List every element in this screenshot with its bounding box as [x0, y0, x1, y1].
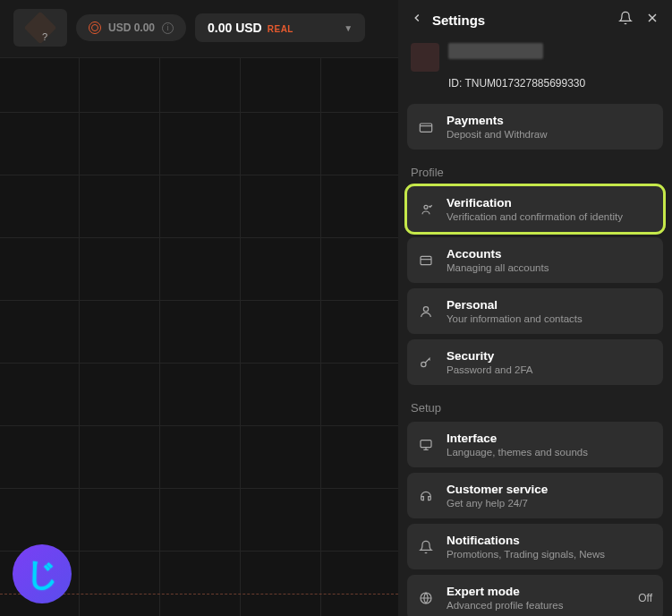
- item-title: Security: [447, 349, 652, 363]
- brand-logo-button[interactable]: じ: [13, 544, 72, 603]
- chart-grid-area: [0, 57, 398, 616]
- item-title: Payments: [447, 114, 652, 127]
- item-title: Verification: [447, 196, 652, 210]
- menu-item-notifications[interactable]: Notifications Promotions, Trading signal…: [407, 524, 663, 569]
- cube-icon: [24, 12, 57, 45]
- info-icon: i: [162, 22, 174, 34]
- dropdown-tag: REAL: [268, 24, 293, 34]
- svg-point-8: [421, 362, 426, 366]
- menu-item-personal[interactable]: Personal Your information and contacts: [407, 288, 663, 334]
- interface-icon: [418, 437, 434, 453]
- settings-panel: Settings ID: TNUM017327885699330 Payment…: [398, 0, 672, 616]
- menu-item-interface[interactable]: Interface Language, themes and sounds: [407, 422, 663, 467]
- headset-icon: [418, 488, 434, 504]
- item-sub: Promotions, Trading signals, News: [447, 549, 652, 560]
- menu-item-verification[interactable]: Verification Verification and confirmati…: [407, 186, 663, 232]
- logo-glyph: じ: [26, 552, 59, 596]
- svg-rect-9: [421, 440, 431, 447]
- chevron-down-icon: ▼: [344, 23, 353, 33]
- key-icon: [418, 355, 434, 371]
- menu-item-expert-mode[interactable]: Expert mode Advanced profile features Of…: [407, 575, 663, 616]
- question-badge: ?: [42, 31, 47, 42]
- item-sub: Your information and contacts: [447, 313, 652, 324]
- svg-point-4: [424, 205, 428, 209]
- item-sub: Password and 2FA: [447, 364, 652, 375]
- card-icon: [418, 252, 434, 269]
- balance-pill[interactable]: USD 0.00 i: [76, 14, 186, 41]
- avatar: [411, 43, 439, 72]
- item-sub: Managing all accounts: [447, 262, 652, 273]
- globe-icon: [418, 590, 434, 606]
- refresh-icon: [89, 21, 101, 34]
- balance-value: USD 0.00: [108, 21, 155, 34]
- dropdown-amount: 0.00 USD: [208, 21, 262, 35]
- back-button[interactable]: [411, 12, 423, 28]
- menu-item-customer-service[interactable]: Customer service Get any help 24/7: [407, 473, 663, 518]
- svg-rect-2: [420, 124, 431, 132]
- person-icon: [418, 304, 434, 320]
- menu-item-payments[interactable]: Payments Deposit and Withdraw: [407, 104, 663, 150]
- bell-outline-icon: [418, 539, 434, 555]
- expert-mode-state: Off: [638, 592, 652, 604]
- item-sub: Advanced profile features: [447, 600, 625, 611]
- item-sub: Get any help 24/7: [447, 498, 652, 509]
- verification-icon: [418, 201, 434, 218]
- item-title: Customer service: [447, 483, 652, 496]
- bell-icon[interactable]: [618, 11, 633, 29]
- menu-item-security[interactable]: Security Password and 2FA: [407, 339, 663, 385]
- wallet-icon: [418, 119, 434, 135]
- asset-selector[interactable]: ?: [13, 9, 67, 47]
- top-bar: ? USD 0.00 i 0.00 USD REAL ▼: [13, 9, 365, 47]
- item-title: Personal: [447, 298, 652, 312]
- item-title: Accounts: [447, 247, 652, 261]
- item-title: Notifications: [447, 534, 652, 547]
- section-setup-label: Setup: [398, 390, 672, 422]
- user-name-redacted: [448, 43, 543, 59]
- svg-point-7: [423, 306, 428, 311]
- account-dropdown[interactable]: 0.00 USD REAL ▼: [195, 13, 365, 42]
- menu-item-accounts[interactable]: Accounts Managing all accounts: [407, 237, 663, 283]
- item-sub: Language, themes and sounds: [447, 447, 652, 458]
- user-id: ID: TNUM017327885699330: [448, 77, 659, 90]
- user-block: ID: TNUM017327885699330: [398, 39, 672, 104]
- item-title: Expert mode: [447, 585, 625, 598]
- section-profile-label: Profile: [398, 155, 672, 186]
- close-icon[interactable]: [645, 11, 659, 29]
- svg-rect-5: [421, 256, 431, 264]
- item-title: Interface: [447, 432, 652, 445]
- item-sub: Deposit and Withdraw: [447, 129, 652, 140]
- panel-header: Settings: [398, 0, 672, 39]
- item-sub: Verification and confirmation of identit…: [447, 211, 652, 222]
- panel-title: Settings: [432, 13, 609, 28]
